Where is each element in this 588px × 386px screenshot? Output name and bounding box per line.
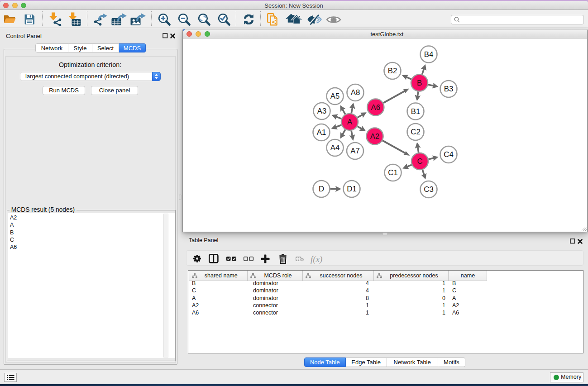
svg-text:C2: C2	[411, 128, 420, 136]
svg-text:A1: A1	[317, 128, 326, 137]
svg-text:D: D	[319, 185, 324, 193]
svg-text:B2: B2	[388, 67, 397, 75]
svg-text:B4: B4	[424, 50, 434, 59]
svg-text:B: B	[417, 79, 422, 87]
svg-text:A2: A2	[370, 132, 380, 141]
svg-text:C1: C1	[388, 168, 397, 177]
svg-text:A3: A3	[317, 107, 327, 115]
svg-text:A: A	[347, 118, 353, 126]
svg-text:A6: A6	[371, 103, 381, 112]
svg-text:C3: C3	[424, 185, 433, 194]
svg-text:A4: A4	[330, 143, 340, 152]
svg-text:C: C	[417, 157, 422, 166]
svg-text:B3: B3	[444, 85, 454, 93]
svg-text:A8: A8	[351, 88, 360, 97]
svg-text:C4: C4	[444, 150, 453, 159]
svg-text:D1: D1	[347, 185, 356, 193]
svg-text:A5: A5	[330, 92, 340, 100]
svg-text:B1: B1	[411, 107, 421, 116]
svg-text:A7: A7	[350, 147, 360, 155]
